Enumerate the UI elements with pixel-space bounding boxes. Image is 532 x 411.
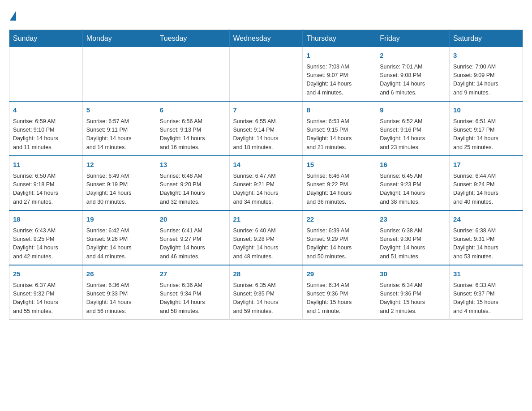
calendar-cell: 20Sunrise: 6:41 AM Sunset: 9:27 PM Dayli… (156, 210, 229, 265)
day-number: 13 (160, 160, 226, 170)
calendar-cell: 14Sunrise: 6:47 AM Sunset: 9:21 PM Dayli… (229, 156, 303, 210)
calendar-cell: 10Sunrise: 6:51 AM Sunset: 9:17 PM Dayli… (450, 101, 523, 156)
calendar-cell: 26Sunrise: 6:36 AM Sunset: 9:33 PM Dayli… (82, 265, 156, 320)
day-number: 9 (380, 105, 446, 116)
day-info: Sunrise: 6:49 AM Sunset: 9:19 PM Dayligh… (86, 172, 152, 207)
day-number: 17 (453, 160, 519, 170)
day-info: Sunrise: 7:03 AM Sunset: 9:07 PM Dayligh… (306, 63, 372, 98)
calendar-week-row: 18Sunrise: 6:43 AM Sunset: 9:25 PM Dayli… (9, 210, 523, 265)
calendar-cell: 25Sunrise: 6:37 AM Sunset: 9:32 PM Dayli… (9, 265, 83, 320)
day-number: 4 (13, 105, 79, 116)
days-of-week-row: SundayMondayTuesdayWednesdayThursdayFrid… (9, 30, 523, 47)
calendar-cell: 1Sunrise: 7:03 AM Sunset: 9:07 PM Daylig… (303, 47, 376, 101)
day-info: Sunrise: 6:56 AM Sunset: 9:13 PM Dayligh… (160, 117, 226, 152)
calendar-cell: 22Sunrise: 6:39 AM Sunset: 9:29 PM Dayli… (303, 210, 376, 265)
day-info: Sunrise: 6:33 AM Sunset: 9:37 PM Dayligh… (453, 281, 519, 316)
calendar-cell: 13Sunrise: 6:48 AM Sunset: 9:20 PM Dayli… (156, 156, 229, 210)
day-of-week-header: Thursday (303, 30, 376, 47)
calendar-cell: 27Sunrise: 6:36 AM Sunset: 9:34 PM Dayli… (156, 265, 229, 320)
calendar-cell (156, 47, 229, 101)
calendar-cell: 31Sunrise: 6:33 AM Sunset: 9:37 PM Dayli… (450, 265, 523, 320)
calendar-cell (82, 47, 156, 101)
calendar-cell: 29Sunrise: 6:34 AM Sunset: 9:36 PM Dayli… (303, 265, 376, 320)
day-info: Sunrise: 6:38 AM Sunset: 9:30 PM Dayligh… (380, 227, 446, 261)
day-number: 21 (233, 214, 299, 225)
day-info: Sunrise: 6:41 AM Sunset: 9:27 PM Dayligh… (160, 227, 226, 261)
day-number: 26 (86, 269, 152, 279)
day-info: Sunrise: 6:36 AM Sunset: 9:34 PM Dayligh… (160, 281, 226, 316)
day-number: 15 (306, 160, 372, 170)
day-number: 5 (86, 105, 152, 116)
logo (9, 9, 16, 21)
day-info: Sunrise: 6:38 AM Sunset: 9:31 PM Dayligh… (453, 227, 519, 261)
day-of-week-header: Friday (376, 30, 450, 47)
day-number: 20 (160, 214, 226, 225)
calendar-cell: 19Sunrise: 6:42 AM Sunset: 9:26 PM Dayli… (82, 210, 156, 265)
calendar-body: 1Sunrise: 7:03 AM Sunset: 9:07 PM Daylig… (9, 47, 523, 320)
day-number: 2 (380, 51, 446, 61)
day-info: Sunrise: 6:40 AM Sunset: 9:28 PM Dayligh… (233, 227, 299, 261)
day-info: Sunrise: 6:44 AM Sunset: 9:24 PM Dayligh… (453, 172, 519, 207)
day-number: 29 (306, 269, 372, 279)
calendar-cell: 16Sunrise: 6:45 AM Sunset: 9:23 PM Dayli… (376, 156, 450, 210)
calendar-week-row: 25Sunrise: 6:37 AM Sunset: 9:32 PM Dayli… (9, 265, 523, 320)
calendar-cell: 4Sunrise: 6:59 AM Sunset: 9:10 PM Daylig… (9, 101, 83, 156)
day-info: Sunrise: 6:59 AM Sunset: 9:10 PM Dayligh… (13, 117, 79, 152)
calendar-cell: 7Sunrise: 6:55 AM Sunset: 9:14 PM Daylig… (229, 101, 303, 156)
calendar-cell: 6Sunrise: 6:56 AM Sunset: 9:13 PM Daylig… (156, 101, 229, 156)
day-info: Sunrise: 6:36 AM Sunset: 9:33 PM Dayligh… (86, 281, 152, 316)
calendar-cell: 21Sunrise: 6:40 AM Sunset: 9:28 PM Dayli… (229, 210, 303, 265)
day-number: 22 (306, 214, 372, 225)
calendar-cell: 8Sunrise: 6:53 AM Sunset: 9:15 PM Daylig… (303, 101, 376, 156)
day-number: 24 (453, 214, 519, 225)
calendar-cell: 23Sunrise: 6:38 AM Sunset: 9:30 PM Dayli… (376, 210, 450, 265)
day-of-week-header: Saturday (450, 30, 523, 47)
calendar-cell: 17Sunrise: 6:44 AM Sunset: 9:24 PM Dayli… (450, 156, 523, 210)
day-info: Sunrise: 6:48 AM Sunset: 9:20 PM Dayligh… (160, 172, 226, 207)
calendar-cell: 28Sunrise: 6:35 AM Sunset: 9:35 PM Dayli… (229, 265, 303, 320)
day-number: 6 (160, 105, 226, 116)
day-of-week-header: Tuesday (156, 30, 229, 47)
calendar-cell: 12Sunrise: 6:49 AM Sunset: 9:19 PM Dayli… (82, 156, 156, 210)
day-info: Sunrise: 6:57 AM Sunset: 9:11 PM Dayligh… (86, 117, 152, 152)
day-number: 30 (380, 269, 446, 279)
calendar-cell: 18Sunrise: 6:43 AM Sunset: 9:25 PM Dayli… (9, 210, 83, 265)
day-info: Sunrise: 6:52 AM Sunset: 9:16 PM Dayligh… (380, 117, 446, 152)
day-of-week-header: Sunday (9, 30, 83, 47)
day-info: Sunrise: 6:50 AM Sunset: 9:18 PM Dayligh… (13, 172, 79, 207)
logo-triangle-icon (10, 11, 16, 21)
day-number: 1 (306, 51, 372, 61)
calendar-week-row: 11Sunrise: 6:50 AM Sunset: 9:18 PM Dayli… (9, 156, 523, 210)
calendar-cell: 5Sunrise: 6:57 AM Sunset: 9:11 PM Daylig… (82, 101, 156, 156)
day-info: Sunrise: 6:35 AM Sunset: 9:35 PM Dayligh… (233, 281, 299, 316)
calendar-cell: 30Sunrise: 6:34 AM Sunset: 9:36 PM Dayli… (376, 265, 450, 320)
calendar-week-row: 4Sunrise: 6:59 AM Sunset: 9:10 PM Daylig… (9, 101, 523, 156)
calendar-header: SundayMondayTuesdayWednesdayThursdayFrid… (9, 30, 523, 47)
calendar-cell (229, 47, 303, 101)
day-number: 7 (233, 105, 299, 116)
calendar-cell: 3Sunrise: 7:00 AM Sunset: 9:09 PM Daylig… (450, 47, 523, 101)
day-info: Sunrise: 6:53 AM Sunset: 9:15 PM Dayligh… (306, 117, 372, 152)
day-number: 27 (160, 269, 226, 279)
day-info: Sunrise: 6:55 AM Sunset: 9:14 PM Dayligh… (233, 117, 299, 152)
day-info: Sunrise: 6:39 AM Sunset: 9:29 PM Dayligh… (306, 227, 372, 261)
day-number: 10 (453, 105, 519, 116)
day-info: Sunrise: 6:37 AM Sunset: 9:32 PM Dayligh… (13, 281, 79, 316)
day-number: 18 (13, 214, 79, 225)
page-header (9, 9, 523, 21)
day-info: Sunrise: 6:42 AM Sunset: 9:26 PM Dayligh… (86, 227, 152, 261)
day-number: 3 (453, 51, 519, 61)
calendar-cell: 24Sunrise: 6:38 AM Sunset: 9:31 PM Dayli… (450, 210, 523, 265)
day-info: Sunrise: 6:51 AM Sunset: 9:17 PM Dayligh… (453, 117, 519, 152)
day-info: Sunrise: 6:43 AM Sunset: 9:25 PM Dayligh… (13, 227, 79, 261)
day-info: Sunrise: 6:47 AM Sunset: 9:21 PM Dayligh… (233, 172, 299, 207)
calendar-table: SundayMondayTuesdayWednesdayThursdayFrid… (9, 30, 523, 320)
day-number: 8 (306, 105, 372, 116)
day-number: 11 (13, 160, 79, 170)
day-number: 19 (86, 214, 152, 225)
day-info: Sunrise: 6:45 AM Sunset: 9:23 PM Dayligh… (380, 172, 446, 207)
calendar-cell: 9Sunrise: 6:52 AM Sunset: 9:16 PM Daylig… (376, 101, 450, 156)
day-number: 16 (380, 160, 446, 170)
calendar-cell: 2Sunrise: 7:01 AM Sunset: 9:08 PM Daylig… (376, 47, 450, 101)
day-info: Sunrise: 7:00 AM Sunset: 9:09 PM Dayligh… (453, 63, 519, 98)
